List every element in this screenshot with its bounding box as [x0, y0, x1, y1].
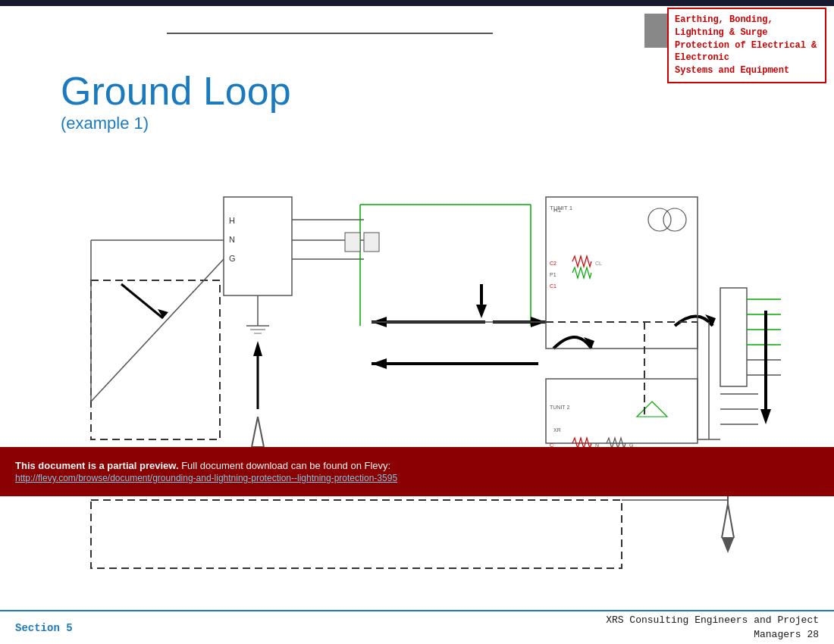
- top-bar: [0, 0, 834, 6]
- svg-text:CL: CL: [595, 261, 602, 266]
- svg-text:P1: P1: [550, 272, 557, 277]
- lower-diagram: [45, 496, 789, 580]
- svg-text:G: G: [229, 254, 236, 263]
- lower-diagram-svg: [45, 496, 789, 580]
- header-red-box: Earthing, Bonding, Lightning & Surge Pro…: [667, 8, 826, 83]
- svg-rect-41: [546, 379, 698, 443]
- svg-line-1: [121, 284, 163, 318]
- diagram-area: H N G: [45, 174, 789, 462]
- svg-text:N: N: [229, 235, 235, 244]
- diagram-svg: H N G: [45, 174, 789, 462]
- preview-banner: This document is a partial preview. Full…: [0, 447, 834, 496]
- header-gray-rect: [644, 14, 667, 48]
- svg-marker-43: [637, 402, 667, 417]
- svg-rect-14: [364, 233, 379, 252]
- svg-line-22: [258, 417, 264, 447]
- svg-marker-49: [372, 358, 387, 369]
- sub-title: (example 1): [61, 114, 291, 133]
- svg-text:C2: C2: [550, 261, 557, 266]
- svg-text:H: H: [229, 216, 235, 225]
- title-area: Ground Loop (example 1): [61, 68, 291, 133]
- svg-marker-58: [760, 409, 771, 424]
- svg-line-21: [252, 417, 258, 447]
- footer: Section 5 XRS Consulting Engineers and P…: [0, 610, 834, 644]
- main-title: Ground Loop: [61, 68, 291, 114]
- svg-rect-3: [224, 197, 292, 295]
- footer-section: Section 5: [15, 622, 73, 634]
- red-box-text: Earthing, Bonding, Lightning & Surge Pro…: [675, 14, 819, 77]
- preview-bold-text: This document is a partial preview. Full…: [15, 460, 819, 471]
- svg-rect-0: [91, 280, 220, 439]
- header-hr: [167, 33, 493, 34]
- svg-text:XR: XR: [553, 427, 561, 433]
- svg-line-73: [722, 504, 728, 538]
- svg-marker-30: [476, 305, 487, 318]
- svg-rect-72: [91, 500, 622, 568]
- svg-marker-76: [722, 538, 734, 553]
- svg-text:TUNIT 2: TUNIT 2: [550, 405, 569, 410]
- svg-line-74: [728, 504, 734, 538]
- preview-link[interactable]: http://flevy.com/browse/document/groundi…: [15, 473, 819, 483]
- svg-marker-2: [158, 309, 168, 318]
- svg-point-36: [663, 208, 686, 231]
- svg-text:TUNIT 1: TUNIT 1: [550, 205, 573, 211]
- svg-point-35: [648, 208, 671, 231]
- svg-marker-20: [253, 341, 262, 356]
- svg-rect-50: [720, 288, 747, 386]
- svg-rect-13: [345, 233, 360, 252]
- footer-company: XRS Consulting Engineers and Project Man…: [606, 614, 819, 641]
- svg-text:C1: C1: [550, 283, 557, 289]
